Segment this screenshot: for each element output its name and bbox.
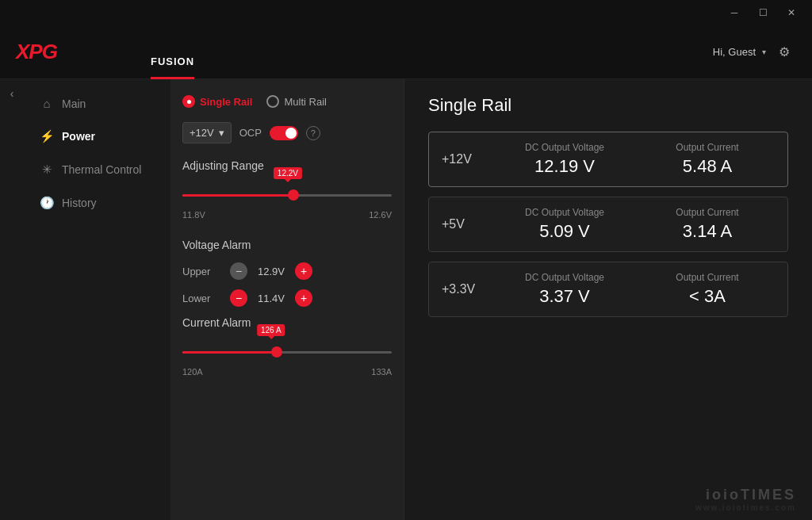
header-right: Hi, Guest ▾ ⚙ bbox=[713, 40, 812, 64]
current-alarm-max-label: 133A bbox=[371, 367, 392, 377]
card-5v-current-header: Output Current bbox=[676, 207, 738, 218]
lower-alarm-minus-button[interactable]: − bbox=[230, 289, 247, 307]
sidebar-item-thermal-control[interactable]: ✳ Thermal Control bbox=[24, 153, 170, 186]
voltage-select-dropdown[interactable]: +12V ▾ bbox=[182, 122, 232, 143]
upper-alarm-minus-button[interactable]: − bbox=[230, 262, 247, 280]
sidebar-item-power[interactable]: ⚡ Power bbox=[24, 120, 170, 153]
multi-rail-label: Multi Rail bbox=[284, 96, 326, 108]
home-icon: ⌂ bbox=[40, 97, 54, 110]
upper-alarm-label: Upper bbox=[182, 266, 222, 277]
card-5v-current-item: Output Current 3.14 A bbox=[640, 207, 775, 242]
sidebar-item-main-label: Main bbox=[62, 98, 86, 110]
card-5v-voltage-item: DC Output Voltage 5.09 V bbox=[497, 207, 632, 242]
rail-selector: Single Rail Multi Rail bbox=[182, 95, 392, 108]
card-12v-voltage-item: DC Output Voltage 12.19 V bbox=[497, 142, 632, 177]
multi-rail-option[interactable]: Multi Rail bbox=[266, 95, 326, 108]
sidebar-item-history[interactable]: 🕐 History bbox=[24, 186, 170, 220]
card-12v-data: DC Output Voltage 12.19 V Output Current… bbox=[497, 142, 775, 177]
xpg-logo: XPG bbox=[16, 40, 57, 64]
current-alarm-tooltip: 126 A bbox=[257, 324, 285, 336]
card-3v-current-item: Output Current < 3A bbox=[640, 272, 775, 307]
power-icon: ⚡ bbox=[40, 129, 54, 143]
current-alarm-min-label: 120A bbox=[182, 367, 203, 377]
lower-alarm-label: Lower bbox=[182, 292, 222, 304]
card-3v-voltage-item: DC Output Voltage 3.37 V bbox=[497, 272, 632, 307]
collapse-icon: ‹ bbox=[10, 87, 14, 100]
card-5v-voltage-header: DC Output Voltage bbox=[525, 207, 604, 218]
current-alarm-slider-track[interactable]: 126 A bbox=[182, 340, 392, 364]
adjusting-range-slider-track[interactable]: 12.2V bbox=[182, 183, 392, 207]
sidebar-item-history-label: History bbox=[62, 197, 97, 209]
card-3v-rail-label: +3.3V bbox=[442, 282, 497, 296]
adjusting-range-tooltip: 12.2V bbox=[274, 167, 302, 179]
voltage-select-chevron: ▾ bbox=[219, 127, 224, 139]
settings-gear-button[interactable]: ⚙ bbox=[772, 40, 796, 64]
settings-panel: Single Rail Multi Rail +12V ▾ OCP ? Adju… bbox=[170, 79, 404, 520]
card-3v-voltage-header: DC Output Voltage bbox=[525, 272, 604, 283]
card-3v-data: DC Output Voltage 3.37 V Output Current … bbox=[497, 272, 775, 307]
user-label: Hi, Guest bbox=[713, 46, 756, 58]
adjusting-range-max-label: 12.6V bbox=[369, 210, 392, 220]
current-alarm-slider-fill bbox=[182, 351, 277, 354]
card-5v-current-value: 3.14 A bbox=[683, 221, 732, 242]
voltage-card-12v: +12V DC Output Voltage 12.19 V Output Cu… bbox=[428, 132, 788, 187]
current-alarm-slider-thumb[interactable]: 126 A bbox=[271, 346, 282, 358]
voltage-alarm-title: Voltage Alarm bbox=[182, 239, 392, 251]
adjusting-range-slider-container: 12.2V 11.8V 12.6V bbox=[182, 183, 392, 220]
history-icon: 🕐 bbox=[40, 196, 54, 210]
card-5v-voltage-value: 5.09 V bbox=[539, 221, 590, 242]
card-12v-current-item: Output Current 5.48 A bbox=[640, 142, 775, 177]
right-panel: Single Rail +12V DC Output Voltage 12.19… bbox=[404, 79, 812, 520]
thermal-icon: ✳ bbox=[40, 162, 54, 177]
adjusting-range-slider-fill bbox=[182, 194, 293, 197]
card-12v-rail-label: +12V bbox=[442, 152, 497, 166]
tab-fusion-label: FUSION bbox=[151, 55, 194, 77]
header: XPG FUSION Hi, Guest ▾ ⚙ bbox=[0, 25, 812, 79]
card-12v-current-header: Output Current bbox=[676, 142, 738, 153]
tab-fusion[interactable]: FUSION bbox=[135, 25, 210, 79]
card-3v-current-header: Output Current bbox=[676, 272, 738, 283]
restore-button[interactable]: ☐ bbox=[749, 0, 777, 25]
upper-alarm-value: 12.9V bbox=[255, 266, 287, 277]
sidebar-item-thermal-label: Thermal Control bbox=[62, 163, 141, 176]
card-12v-voltage-value: 12.19 V bbox=[534, 156, 595, 177]
voltage-card-5v: +5V DC Output Voltage 5.09 V Output Curr… bbox=[428, 197, 788, 252]
upper-alarm-row: Upper − 12.9V + bbox=[182, 262, 392, 280]
voltage-card-3v: +3.3V DC Output Voltage 3.37 V Output Cu… bbox=[428, 262, 788, 317]
minimize-button[interactable]: ─ bbox=[720, 0, 749, 25]
card-12v-voltage-header: DC Output Voltage bbox=[525, 142, 604, 153]
sidebar: ⌂ Main ⚡ Power ✳ Thermal Control 🕐 Histo… bbox=[24, 79, 170, 520]
logo-area: XPG bbox=[0, 40, 135, 64]
voltage-select-value: +12V bbox=[190, 127, 214, 139]
upper-alarm-plus-button[interactable]: + bbox=[295, 262, 312, 280]
ocp-toggle[interactable] bbox=[270, 126, 298, 140]
card-5v-rail-label: +5V bbox=[442, 217, 497, 231]
adjusting-range-slider-line: 12.2V bbox=[182, 194, 392, 197]
title-bar: ─ ☐ ✕ bbox=[0, 0, 812, 25]
toggle-knob bbox=[285, 128, 297, 139]
card-3v-voltage-value: 3.37 V bbox=[539, 286, 590, 307]
multi-rail-radio[interactable] bbox=[266, 95, 279, 108]
current-alarm-slider-container: 126 A 120A 133A bbox=[182, 340, 392, 377]
help-button[interactable]: ? bbox=[306, 126, 320, 140]
adjusting-range-slider-thumb[interactable]: 12.2V bbox=[288, 189, 299, 201]
close-button[interactable]: ✕ bbox=[777, 0, 806, 25]
voltage-ocp-row: +12V ▾ OCP ? bbox=[182, 122, 392, 143]
main-layout: ‹ ⌂ Main ⚡ Power ✳ Thermal Control 🕐 His… bbox=[0, 79, 812, 520]
current-alarm-title: Current Alarm bbox=[182, 316, 392, 329]
current-alarm-slider-line: 126 A bbox=[182, 351, 392, 354]
card-12v-current-value: 5.48 A bbox=[683, 156, 732, 177]
adjusting-range-labels: 11.8V 12.6V bbox=[182, 210, 392, 220]
card-3v-current-value: < 3A bbox=[689, 286, 726, 307]
single-rail-option[interactable]: Single Rail bbox=[182, 95, 252, 108]
single-rail-label: Single Rail bbox=[200, 96, 252, 108]
lower-alarm-row: Lower − 11.4V + bbox=[182, 289, 392, 307]
chevron-down-icon[interactable]: ▾ bbox=[762, 48, 766, 56]
card-5v-data: DC Output Voltage 5.09 V Output Current … bbox=[497, 207, 775, 242]
sidebar-item-power-label: Power bbox=[62, 130, 95, 143]
sidebar-toggle-button[interactable]: ‹ bbox=[0, 79, 24, 520]
sidebar-item-main[interactable]: ⌂ Main bbox=[24, 87, 170, 120]
lower-alarm-plus-button[interactable]: + bbox=[295, 289, 312, 307]
lower-alarm-value: 11.4V bbox=[255, 292, 287, 304]
single-rail-radio[interactable] bbox=[182, 95, 195, 108]
